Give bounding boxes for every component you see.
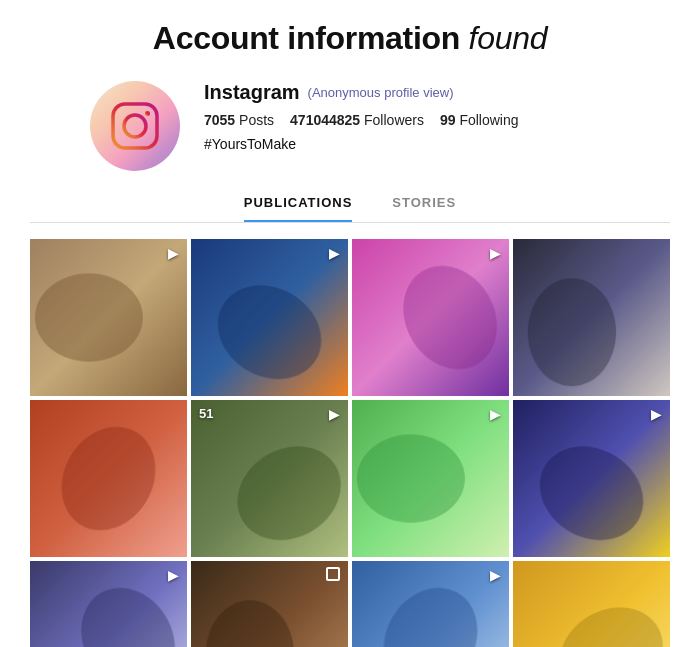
play-icon: ▶ xyxy=(329,245,340,261)
following-count: 99 xyxy=(440,112,456,128)
instagram-icon xyxy=(109,100,161,152)
grid-item[interactable]: ▶ xyxy=(30,561,187,647)
badge-number: 51 xyxy=(199,406,213,421)
profile-name: Instagram xyxy=(204,81,300,104)
grid-item[interactable] xyxy=(191,561,348,647)
grid-item[interactable]: ▶ xyxy=(352,400,509,557)
tab-publications[interactable]: PUBLICATIONS xyxy=(244,195,353,222)
multi-post-icon xyxy=(326,567,340,581)
svg-rect-0 xyxy=(113,104,157,148)
page-container: Account information found xyxy=(0,0,700,647)
grid-item[interactable]: ▶ xyxy=(352,239,509,396)
title-italic: found xyxy=(469,20,548,56)
grid-item[interactable] xyxy=(513,239,670,396)
followers-count: 471044825 xyxy=(290,112,360,128)
grid-item[interactable] xyxy=(30,400,187,557)
play-icon: ▶ xyxy=(168,567,179,583)
posts-stat: 7055 Posts xyxy=(204,112,274,128)
play-icon: ▶ xyxy=(168,245,179,261)
play-icon: ▶ xyxy=(651,406,662,422)
grid-item[interactable]: ▶ xyxy=(30,239,187,396)
followers-label: Followers xyxy=(364,112,424,128)
page-title: Account information found xyxy=(30,20,670,57)
anon-label: (Anonymous profile view) xyxy=(308,85,454,100)
grid-item[interactable] xyxy=(513,561,670,647)
tab-stories[interactable]: STORIES xyxy=(392,195,456,222)
profile-section: Instagram (Anonymous profile view) 7055 … xyxy=(30,81,670,171)
tabs-bar: PUBLICATIONS STORIES xyxy=(30,195,670,223)
play-icon: ▶ xyxy=(490,567,501,583)
following-stat: 99 Following xyxy=(440,112,519,128)
svg-point-1 xyxy=(124,115,146,137)
followers-stat: 471044825 Followers xyxy=(290,112,424,128)
profile-stats-row: 7055 Posts 471044825 Followers 99 Follow… xyxy=(204,112,610,128)
posts-count: 7055 xyxy=(204,112,235,128)
grid-item[interactable]: ▶ xyxy=(352,561,509,647)
instagram-logo xyxy=(90,81,180,171)
grid-item[interactable]: 51▶ xyxy=(191,400,348,557)
title-plain: Account information xyxy=(153,20,469,56)
play-icon: ▶ xyxy=(329,406,340,422)
posts-grid: ▶▶▶51▶▶▶▶▶ xyxy=(30,233,670,647)
play-icon: ▶ xyxy=(490,245,501,261)
posts-label: Posts xyxy=(239,112,274,128)
play-icon: ▶ xyxy=(490,406,501,422)
grid-item[interactable]: ▶ xyxy=(513,400,670,557)
svg-point-2 xyxy=(145,111,150,116)
following-label: Following xyxy=(459,112,518,128)
grid-item[interactable]: ▶ xyxy=(191,239,348,396)
profile-bio: #YoursToMake xyxy=(204,136,610,152)
profile-info: Instagram (Anonymous profile view) 7055 … xyxy=(204,81,610,152)
profile-name-row: Instagram (Anonymous profile view) xyxy=(204,81,610,104)
